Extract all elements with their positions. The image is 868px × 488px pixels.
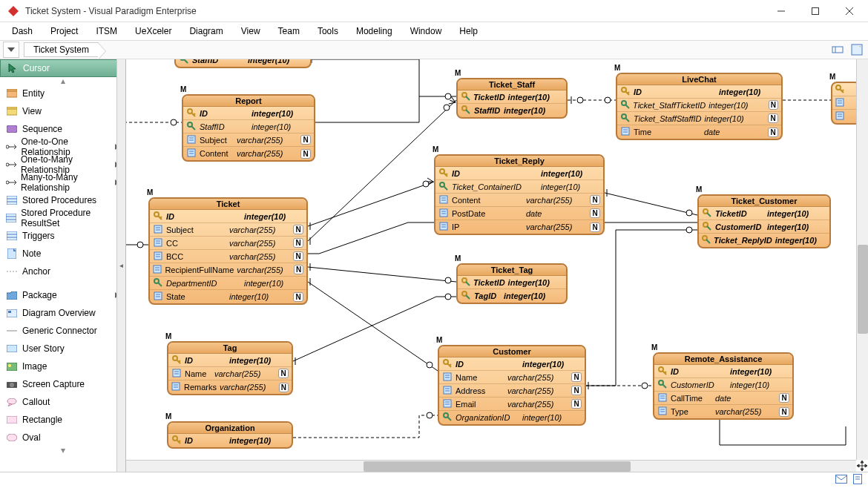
toolbar-new-icon[interactable] [849, 42, 865, 58]
entity-column[interactable]: Ticket_ReplyIDinteger(10) [699, 234, 829, 247]
entity-column[interactable]: IPvarchar(255)N [435, 220, 603, 234]
palette-oval[interactable]: Oval [0, 429, 125, 446]
entity-column[interactable]: IDinteger(10) [168, 434, 292, 447]
entity-column[interactable]: Contentvarchar(255)N [435, 194, 603, 207]
maximize-button[interactable] [798, 0, 832, 22]
entity-column[interactable]: TimedateN [617, 125, 781, 139]
palette-package[interactable]: Package [0, 286, 125, 304]
entity-column[interactable]: CustomerIDinteger(10) [699, 220, 829, 234]
palette-one-to-one-relationship[interactable]: One-to-One Relationship [0, 138, 125, 156]
entity-column[interactable]: Contentvarchar(255)N [183, 147, 314, 160]
entity-column[interactable] [832, 83, 856, 96]
entity-livechat[interactable]: LiveChatIDinteger(10)Ticket_StaffTicketI… [616, 73, 783, 140]
palette-one-to-many-relationship[interactable]: One-to-Many Relationship [0, 156, 125, 174]
entity-ticket[interactable]: TicketIDinteger(10)Subjectvarchar(255)NC… [148, 197, 308, 305]
breadcrumb-item[interactable]: Ticket System [24, 42, 99, 57]
palette-many-to-many-relationship[interactable]: Many-to-Many Relationship [0, 174, 125, 191]
entity-frag_right[interactable] [831, 82, 856, 125]
entity-ticket_staff[interactable]: Ticket_StaffTicketIDinteger(10)StaffIDin… [456, 78, 568, 119]
entity-column[interactable]: Emailvarchar(255)N [439, 398, 585, 411]
palette-generic-connector[interactable]: Generic Connector [0, 322, 125, 340]
entity-ticket_reply[interactable]: Ticket_ReplyIDinteger(10)Ticket_Containe… [434, 154, 605, 235]
menu-uexceler[interactable]: UeXceler [126, 23, 180, 39]
palette-rectangle[interactable]: Rectangle [0, 411, 125, 429]
entity-ticket_customer[interactable]: Ticket_CustomerTicketIDinteger(10)Custom… [697, 194, 831, 248]
entity-column[interactable]: BCCvarchar(255)N [150, 250, 306, 263]
document-icon[interactable] [853, 474, 862, 487]
entity-column[interactable]: IDinteger(10) [168, 354, 292, 367]
entity-column[interactable]: TicketIDinteger(10) [699, 207, 829, 220]
menu-modeling[interactable]: Modeling [347, 23, 401, 39]
entity-column[interactable]: Subjectvarchar(255)N [183, 133, 314, 147]
palette-note[interactable]: Note [0, 245, 125, 263]
entity-report[interactable]: ReportIDinteger(10)StaffIDinteger(10)Sub… [182, 94, 315, 162]
menu-view[interactable]: View [232, 23, 269, 39]
pan-move-icon[interactable] [856, 460, 868, 472]
entity-tag[interactable]: TagIDinteger(10)Namevarchar(255)NRemarks… [167, 341, 293, 395]
entity-column[interactable]: TicketIDinteger(10) [458, 90, 566, 104]
entity-column[interactable]: TicketIDinteger(10) [458, 276, 566, 289]
entity-column[interactable]: CustomerIDinteger(10) [654, 378, 792, 392]
palette-stored-procedures[interactable]: Stored Procedures [0, 191, 125, 209]
mail-icon[interactable] [835, 475, 847, 486]
menu-window[interactable]: Window [401, 23, 451, 39]
palette-callout[interactable]: Callout [0, 393, 125, 411]
menu-itsm[interactable]: ITSM [87, 23, 126, 39]
entity-remote_assistance[interactable]: Remote_AssistanceIDinteger(10)CustomerID… [653, 352, 794, 420]
entity-column[interactable]: CCvarchar(255)N [150, 237, 306, 250]
menu-tools[interactable]: Tools [309, 23, 347, 39]
entity-column[interactable]: CallTimedateN [654, 392, 792, 405]
entity-column[interactable]: IDinteger(10) [439, 357, 585, 371]
entity-column[interactable]: StaffIDinteger(10) [458, 104, 566, 117]
entity-column[interactable]: OrganizationIDinteger(10) [439, 411, 585, 424]
palette-screen-capture[interactable]: Screen Capture [0, 375, 125, 393]
palette-anchor[interactable]: Anchor [0, 263, 125, 280]
entity-ticket_tag[interactable]: Ticket_TagTicketIDinteger(10)TagIDintege… [456, 263, 568, 304]
entity-column[interactable]: Ticket_StaffTicketIDinteger(10)N [617, 99, 781, 112]
diagram-canvas[interactable]: StaffIDinteger(10)ReportIDinteger(10)Sta… [126, 59, 856, 460]
palette-entity[interactable]: Entity [0, 85, 125, 102]
entity-column[interactable] [832, 110, 856, 123]
entity-column[interactable]: Namevarchar(255)N [439, 371, 585, 384]
entity-column[interactable]: IDinteger(10) [183, 107, 314, 120]
entity-column[interactable]: Typevarchar(255)N [654, 405, 792, 418]
entity-column[interactable]: RecipientFullNamevarchar(255)N [150, 263, 306, 277]
entity-column[interactable]: IDinteger(10) [435, 167, 603, 180]
entity-column[interactable]: Addressvarchar(255)N [439, 384, 585, 398]
entity-column[interactable]: Subjectvarchar(255)N [150, 223, 306, 237]
palette-image[interactable]: Image [0, 357, 125, 375]
entity-column[interactable]: StaffIDinteger(10) [176, 59, 310, 67]
horizontal-scrollbar[interactable] [126, 460, 856, 472]
palette-triggers[interactable]: Triggers [0, 227, 125, 245]
menu-help[interactable]: Help [450, 23, 487, 39]
entity-column[interactable]: DepartmentIDinteger(10) [150, 277, 306, 290]
palette-stored-procedure-resultset[interactable]: Stored Procedure ResultSet [0, 209, 125, 227]
menu-project[interactable]: Project [42, 23, 87, 39]
toolbar-layout-icon[interactable] [829, 42, 846, 58]
menu-dash[interactable]: Dash [3, 23, 42, 39]
entity-column[interactable]: TagIDinteger(10) [458, 289, 566, 303]
entity-column[interactable]: Ticket_ContainerIDinteger(10) [435, 180, 603, 194]
entity-column[interactable]: IDinteger(10) [150, 210, 306, 223]
menu-team[interactable]: Team [269, 23, 309, 39]
minimize-button[interactable] [764, 0, 798, 22]
palette-collapse-handle[interactable]: ◄ [116, 59, 125, 472]
close-button[interactable] [832, 0, 867, 22]
entity-column[interactable]: Remarksvarchar(255)N [168, 380, 292, 394]
palette-sequence[interactable]: Sequence [0, 120, 125, 138]
vertical-scrollbar[interactable] [856, 59, 868, 460]
entity-fragment_top[interactable]: StaffIDinteger(10) [174, 59, 312, 68]
entity-column[interactable]: Namevarchar(255)N [168, 367, 292, 380]
entity-column[interactable]: IDinteger(10) [654, 365, 792, 378]
entity-column[interactable]: PostDatedateN [435, 207, 603, 220]
palette-cursor[interactable]: Cursor [0, 59, 125, 77]
entity-column[interactable]: StaffIDinteger(10) [183, 120, 314, 133]
palette-view[interactable]: View [0, 102, 125, 120]
entity-organization[interactable]: OrganizationIDinteger(10) [167, 421, 293, 449]
entity-column[interactable]: Ticket_StaffStaffIDinteger(10)N [617, 112, 781, 125]
palette-user-story[interactable]: User Story [0, 340, 125, 357]
menu-diagram[interactable]: Diagram [180, 23, 231, 39]
entity-column[interactable]: IDinteger(10) [617, 85, 781, 99]
entity-column[interactable] [832, 96, 856, 110]
entity-column[interactable]: Stateinteger(10)N [150, 290, 306, 303]
